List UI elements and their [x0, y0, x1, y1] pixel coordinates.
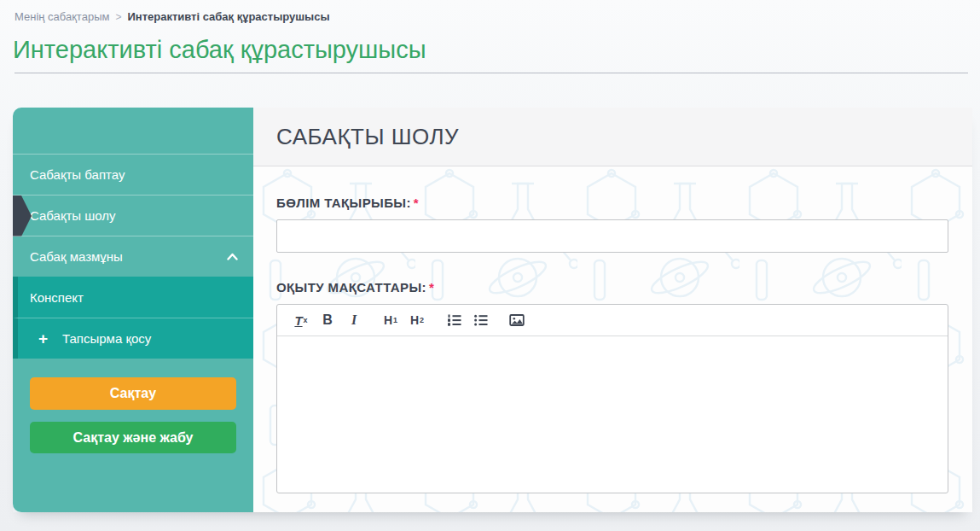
sidebar: Сабақты баптау Сабақты шолу Сабақ мазмұн… — [13, 108, 253, 512]
insert-image-button[interactable] — [507, 308, 527, 332]
main-panel: САБАҚТЫ ШОЛУ — [253, 108, 972, 512]
sidebar-item-label: Сабақ мазмұны — [30, 249, 123, 264]
sidebar-header-spacer — [13, 108, 253, 154]
unordered-list-button[interactable] — [470, 308, 490, 332]
section-header: САБАҚТЫ ШОЛУ — [253, 108, 972, 166]
sidebar-item-lesson-overview[interactable]: Сабақты шолу — [13, 195, 253, 236]
save-button[interactable]: Сақтау — [30, 377, 236, 410]
section-body: БӨЛІМ ТАҚЫРЫБЫ:* ОҚЫТУ МАҚСАТТАРЫ:* Tx — [253, 166, 972, 512]
sidebar-item-lesson-setup[interactable]: Сабақты баптау — [13, 154, 253, 195]
italic-button[interactable]: I — [344, 308, 364, 332]
learning-objectives-label: ОҚЫТУ МАҚСАТТАРЫ:* — [276, 280, 948, 295]
breadcrumb-separator-icon: > — [115, 11, 121, 23]
breadcrumb-my-lessons[interactable]: Менің сабақтарым — [14, 10, 109, 23]
required-asterisk: * — [414, 195, 419, 210]
plus-icon: + — [38, 330, 62, 348]
editor-toolbar: Tx B I H1 H2 — [277, 305, 948, 336]
unordered-list-icon — [473, 313, 488, 327]
page-title: Интерактивті сабақ құрастырушысы — [13, 36, 980, 64]
italic-icon: I — [351, 312, 357, 328]
builder-panels: Сабақты баптау Сабақты шолу Сабақ мазмұн… — [13, 108, 972, 512]
sidebar-item-label: Конспект — [30, 290, 84, 305]
chevron-up-icon — [227, 253, 238, 260]
active-item-arrow-icon — [13, 195, 32, 236]
sidebar-item-konspekt[interactable]: Конспект — [13, 277, 253, 318]
section-topic-label: БӨЛІМ ТАҚЫРЫБЫ:* — [276, 195, 948, 210]
bold-button[interactable]: B — [317, 308, 338, 332]
sidebar-buttons: Сақтау Сақтау және жабу — [13, 359, 253, 453]
bold-icon: B — [322, 312, 333, 328]
sidebar-item-label: Сабақты шолу — [30, 208, 116, 223]
ordered-list-icon — [447, 313, 461, 327]
heading2-button[interactable]: H2 — [407, 308, 427, 332]
richtext-editor: Tx B I H1 H2 — [276, 304, 948, 493]
title-divider — [14, 73, 968, 73]
ordered-list-button[interactable] — [444, 308, 464, 332]
breadcrumb-current-page: Интерактивті сабақ құрастырушысы — [127, 10, 329, 23]
required-asterisk: * — [429, 280, 434, 295]
sidebar-item-lesson-content[interactable]: Сабақ мазмұны — [13, 236, 253, 277]
breadcrumb: Менің сабақтарым > Интерактивті сабақ құ… — [0, 0, 980, 23]
heading1-button[interactable]: H1 — [380, 308, 401, 332]
sidebar-item-add-task[interactable]: + Тапсырма қосу — [13, 318, 253, 359]
learning-objectives-editor-area[interactable] — [277, 336, 948, 493]
save-and-close-button[interactable]: Сақтау және жабу — [30, 422, 236, 453]
section-title: САБАҚТЫ ШОЛУ — [276, 124, 459, 150]
heading1-icon: H — [384, 313, 392, 327]
sidebar-item-label: Сабақты баптау — [30, 167, 125, 182]
clear-formatting-button[interactable]: Tx — [291, 308, 311, 332]
section-topic-input[interactable] — [276, 219, 948, 253]
clear-formatting-icon: T — [294, 313, 302, 328]
insert-image-icon — [509, 313, 525, 327]
heading2-icon: H — [410, 313, 419, 327]
sidebar-item-label: Тапсырма қосу — [62, 331, 151, 346]
